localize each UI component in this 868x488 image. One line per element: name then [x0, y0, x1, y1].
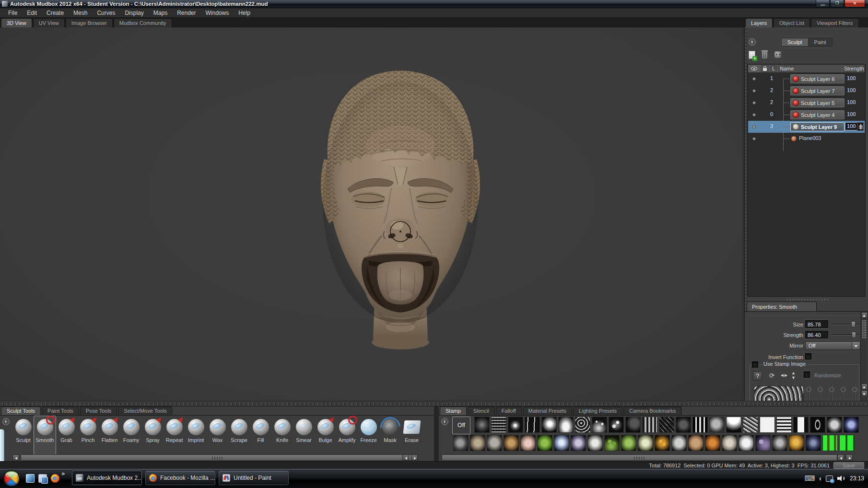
menu-item[interactable]: Edit: [23, 9, 41, 17]
randomize-checkbox[interactable]: [804, 372, 810, 378]
size-slider[interactable]: [831, 324, 859, 325]
stamp-tray-tab[interactable]: Material Presets: [523, 407, 572, 415]
strength-slider[interactable]: [831, 334, 859, 336]
scroll-right-icon[interactable]: [411, 454, 418, 461]
stamp-thumbnail[interactable]: [688, 435, 704, 451]
menu-item[interactable]: Maps: [149, 9, 172, 17]
stamp-thumbnail[interactable]: [537, 435, 552, 451]
layer-mask-icon[interactable]: [774, 51, 782, 58]
randomize-slider-4[interactable]: [841, 387, 846, 392]
layer-row[interactable]: 3 Sculpt Layer 9 100: [748, 121, 865, 133]
panel-splitter[interactable]: [787, 299, 828, 300]
menu-item[interactable]: Create: [42, 9, 68, 17]
panel-tab[interactable]: Object List: [774, 18, 810, 27]
tool-item[interactable]: Knife: [271, 416, 293, 454]
stamp-thumbnail[interactable]: [508, 417, 523, 433]
tool-item[interactable]: Grab: [56, 416, 77, 454]
properties-scrollbar[interactable]: [860, 312, 868, 407]
stamp-tray-tab[interactable]: Stamp: [440, 407, 467, 415]
scroll-left-icon[interactable]: [837, 454, 844, 461]
stamp-thumbnail[interactable]: [760, 417, 775, 433]
keyboard-icon[interactable]: ⌨: [805, 474, 815, 483]
stamp-flip-horizontal-icon[interactable]: ◄►: [780, 372, 787, 378]
minimize-button[interactable]: —: [816, 0, 830, 7]
stamp-thumbnail[interactable]: [743, 417, 758, 433]
stamp-thumbnail[interactable]: [827, 417, 842, 433]
stamp-thumbnail[interactable]: [655, 435, 670, 451]
tool-item[interactable]: Amplify: [336, 416, 358, 454]
tool-tray-tab[interactable]: Sculpt Tools: [1, 407, 41, 415]
name-column-header[interactable]: Name: [778, 65, 842, 73]
stamp-thumbnail[interactable]: [541, 417, 557, 433]
stamp-thumbnail[interactable]: [772, 435, 787, 451]
view-tab[interactable]: UV View: [33, 18, 65, 27]
stamp-thumbnail[interactable]: [525, 417, 540, 433]
level-column-header[interactable]: L: [770, 65, 778, 73]
tool-item[interactable]: Pinch: [77, 416, 99, 454]
tool-item[interactable]: Fill: [250, 416, 271, 454]
view-tab[interactable]: Mudbox Community: [114, 18, 172, 27]
stamp-thumbnail[interactable]: [470, 435, 485, 451]
tool-item[interactable]: Spray: [142, 416, 164, 454]
scroll-up-icon[interactable]: [861, 312, 868, 318]
layer-name-pill[interactable]: Sculpt Layer 7: [790, 86, 845, 95]
layer-name-pill[interactable]: Sculpt Layer 4: [790, 110, 845, 119]
randomize-slider-2[interactable]: [818, 387, 823, 392]
tool-item[interactable]: Bulge: [315, 416, 336, 454]
stamp-thumbnail[interactable]: [487, 435, 502, 451]
stamp-thumbnail[interactable]: [642, 417, 657, 433]
strength-column-header[interactable]: Strength: [842, 65, 865, 73]
panel-tab[interactable]: Layers: [745, 18, 773, 27]
delete-layer-icon[interactable]: [762, 51, 768, 59]
stamp-thumbnail[interactable]: [839, 435, 855, 451]
paint-mode-button[interactable]: Paint: [809, 38, 832, 46]
scroll-left-icon[interactable]: [12, 454, 19, 461]
panel-expand-button[interactable]: [749, 38, 756, 46]
tool-tray-tab[interactable]: Select/Move Tools: [118, 407, 172, 415]
layer-strength-value[interactable]: 100: [847, 99, 856, 105]
menu-item[interactable]: Help: [234, 9, 255, 17]
toolbar-overflow-chevron[interactable]: »: [61, 470, 65, 477]
stamp-tray-tab[interactable]: Stencil: [468, 407, 495, 415]
tool-item[interactable]: Sculpt: [12, 416, 34, 454]
stamp-tray-tab[interactable]: Lighting Presets: [573, 407, 622, 415]
stamp-thumbnail[interactable]: [776, 417, 792, 433]
layer-name-pill[interactable]: Sculpt Layer 9: [790, 122, 845, 131]
firefox-quicklaunch-icon[interactable]: [51, 474, 59, 483]
stamp-thumbnail[interactable]: [755, 435, 771, 451]
stamp-refresh-icon[interactable]: ⟳: [769, 372, 774, 379]
stamp-thumbnail[interactable]: [625, 417, 641, 433]
object-row[interactable]: Plane003: [748, 133, 865, 145]
stamp-thumbnail[interactable]: [558, 417, 574, 433]
stamp-thumbnail[interactable]: [621, 435, 636, 451]
tool-tray-tab[interactable]: Pose Tools: [80, 407, 117, 415]
stamp-thumbnail[interactable]: [571, 435, 586, 451]
tool-item[interactable]: Foamy: [120, 416, 142, 454]
tray-expand-button[interactable]: [441, 418, 448, 425]
invert-function-checkbox[interactable]: [805, 353, 811, 360]
viewport-3d[interactable]: [0, 27, 742, 401]
mirror-dropdown[interactable]: Off: [805, 341, 852, 350]
window-switcher-icon[interactable]: [38, 474, 47, 483]
properties-tab[interactable]: Properties: Smooth: [747, 302, 817, 312]
stamp-thumbnail[interactable]: [520, 435, 536, 451]
stamp-thumbnail[interactable]: [676, 417, 691, 433]
taskbar-button[interactable]: Autodesk Mudbox 2...: [72, 471, 142, 485]
menu-item[interactable]: Curves: [93, 9, 119, 17]
stamp-thumbnail[interactable]: [554, 435, 569, 451]
stamp-thumbnail[interactable]: [474, 417, 490, 433]
stamp-thumbnail[interactable]: [671, 435, 687, 451]
stamp-thumbnail[interactable]: [726, 417, 741, 433]
view-tab[interactable]: Image Browser: [66, 18, 113, 27]
hscroll-thumb[interactable]: [21, 454, 415, 461]
stamp-thumbnail[interactable]: [705, 435, 720, 451]
layer-row[interactable]: 0 Sculpt Layer 4 100: [748, 109, 865, 121]
tool-item[interactable]: Smear: [293, 416, 315, 454]
layer-row[interactable]: 2 Sculpt Layer 5 100: [748, 97, 865, 109]
menu-item[interactable]: Mesh: [69, 9, 92, 17]
layer-visibility-dot[interactable]: [752, 101, 756, 105]
close-button[interactable]: ✕: [845, 0, 865, 7]
restore-button[interactable]: ❐: [830, 0, 844, 7]
layer-visibility-dot[interactable]: [752, 125, 756, 128]
stamp-help-button[interactable]: ?: [753, 372, 762, 381]
